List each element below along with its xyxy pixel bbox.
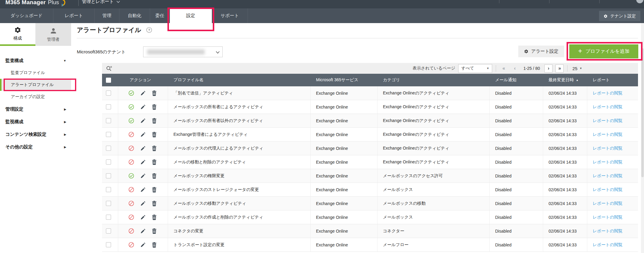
user-avatar[interactable] <box>636 0 643 3</box>
view-report-link[interactable]: レポートの閲覧 <box>593 201 622 206</box>
row-checkbox[interactable] <box>106 132 111 137</box>
status-disabled-icon[interactable] <box>128 242 134 248</box>
column-header-action[interactable]: アクション <box>118 74 168 86</box>
scrollbar-thumb[interactable] <box>641 48 644 177</box>
solution-dropdown[interactable]: 管理とレポート <box>82 0 120 4</box>
view-report-link[interactable]: レポートの閲覧 <box>593 118 622 124</box>
status-enabled-icon[interactable] <box>128 118 134 124</box>
sidebar-tab-configuration[interactable]: 構成 <box>0 23 35 46</box>
edit-icon[interactable] <box>140 187 146 192</box>
status-disabled-icon[interactable] <box>128 159 134 165</box>
tenant-select[interactable] <box>143 46 223 57</box>
tenant-settings-button[interactable]: テナント設定 <box>599 11 640 21</box>
tab-management[interactable]: 管理 <box>95 8 119 23</box>
status-enabled-icon[interactable] <box>128 173 134 179</box>
edit-icon[interactable] <box>140 91 146 96</box>
row-checkbox[interactable] <box>106 228 111 234</box>
sidebar-tab-admin[interactable]: 管理者 <box>35 23 71 46</box>
delete-icon[interactable] <box>152 215 157 220</box>
status-enabled-icon[interactable] <box>128 90 134 96</box>
row-checkbox[interactable] <box>106 173 111 178</box>
page-size-select[interactable]: 25 ▼ <box>572 66 582 71</box>
status-disabled-icon[interactable] <box>128 201 134 206</box>
sidebar-item-archive-settings[interactable]: アーカイブの設定 <box>0 91 71 103</box>
tab-delegation[interactable]: 委任 <box>150 8 170 23</box>
prev-page-button[interactable]: ‹ <box>511 64 519 73</box>
tab-automation[interactable]: 自動化 <box>119 8 150 23</box>
delete-icon[interactable] <box>152 132 157 137</box>
delete-icon[interactable] <box>152 104 157 110</box>
row-checkbox[interactable] <box>106 187 111 192</box>
row-checkbox[interactable] <box>106 104 111 109</box>
row-checkbox[interactable] <box>106 242 111 247</box>
view-report-link[interactable]: レポートの閲覧 <box>593 187 622 192</box>
status-disabled-icon[interactable] <box>128 214 134 220</box>
row-checkbox[interactable] <box>106 146 111 151</box>
status-disabled-icon[interactable] <box>128 228 134 234</box>
first-page-button[interactable]: « <box>500 64 508 73</box>
tab-dashboard[interactable]: ダッシュボード <box>0 8 53 23</box>
edit-icon[interactable] <box>140 215 146 220</box>
delete-icon[interactable] <box>152 159 157 165</box>
sidebar-item-other-settings[interactable]: その他の設定▶ <box>0 141 71 153</box>
status-disabled-icon[interactable] <box>128 145 134 151</box>
edit-icon[interactable] <box>140 242 146 247</box>
view-report-link[interactable]: レポートの閲覧 <box>593 159 622 165</box>
search-icon[interactable] <box>106 65 113 72</box>
column-header-notification[interactable]: メール通知 <box>490 74 543 86</box>
view-report-link[interactable]: レポートの閲覧 <box>593 173 622 179</box>
delete-icon[interactable] <box>152 173 157 179</box>
column-header-modified[interactable]: 最終変更日時▲ <box>543 74 587 86</box>
edit-icon[interactable] <box>140 173 146 178</box>
column-header-service[interactable]: Microsoft 365サービス <box>311 74 378 86</box>
sidebar-item-management-settings[interactable]: 管理設定▶ <box>0 103 71 115</box>
view-report-link[interactable]: レポートの閲覧 <box>593 215 622 220</box>
column-header-report[interactable]: レポート <box>587 74 638 86</box>
delete-icon[interactable] <box>152 91 157 96</box>
table-row: メールボックスの代理人によるアクティビティExchange OnlineExch… <box>102 141 638 155</box>
view-report-link[interactable]: レポートの閲覧 <box>593 91 622 96</box>
edit-icon[interactable] <box>140 201 146 206</box>
edit-icon[interactable] <box>140 104 146 109</box>
status-enabled-icon[interactable] <box>128 104 134 110</box>
delete-icon[interactable] <box>152 242 157 248</box>
edit-icon[interactable] <box>140 132 146 137</box>
sidebar-item-content-search-settings[interactable]: コンテンツ検索設定▶ <box>0 128 71 141</box>
view-report-link[interactable]: レポートの閲覧 <box>593 146 622 151</box>
view-report-link[interactable]: レポートの閲覧 <box>593 228 622 234</box>
sidebar-item-audit-config[interactable]: 監査構成▼ <box>0 54 71 67</box>
edit-icon[interactable] <box>140 118 146 123</box>
next-page-button[interactable]: › <box>544 64 552 73</box>
delete-icon[interactable] <box>152 118 157 124</box>
tab-support[interactable]: サポート <box>212 8 248 23</box>
column-header-profile[interactable]: プロファイル名 <box>168 74 311 86</box>
status-disabled-icon[interactable] <box>128 132 134 137</box>
service-name: Exchange Online <box>311 169 378 183</box>
last-page-button[interactable]: » <box>555 64 564 73</box>
view-report-link[interactable]: レポートの閲覧 <box>593 104 622 110</box>
row-checkbox[interactable] <box>106 118 111 123</box>
edit-icon[interactable] <box>140 159 146 165</box>
help-icon[interactable]: ? <box>146 27 152 33</box>
column-header-category[interactable]: カテゴリ <box>378 74 490 86</box>
delete-icon[interactable] <box>152 228 157 234</box>
row-checkbox[interactable] <box>106 91 111 96</box>
view-report-link[interactable]: レポートの閲覧 <box>593 132 622 137</box>
edit-icon[interactable] <box>140 228 146 234</box>
delete-icon[interactable] <box>152 201 157 206</box>
alert-settings-button[interactable]: アラート設定 <box>518 46 564 57</box>
delete-icon[interactable] <box>152 146 157 151</box>
row-checkbox[interactable] <box>106 159 111 165</box>
delete-icon[interactable] <box>152 187 157 192</box>
edit-icon[interactable] <box>140 146 146 151</box>
sidebar-item-monitoring-config[interactable]: 監視構成▶ <box>0 115 71 128</box>
status-disabled-icon[interactable] <box>128 187 134 192</box>
view-report-link[interactable]: レポートの閲覧 <box>593 242 622 248</box>
tab-report[interactable]: レポート <box>53 8 95 23</box>
select-all-checkbox[interactable] <box>106 78 111 83</box>
row-checkbox-cell <box>102 183 118 196</box>
sidebar-item-audit-profile[interactable]: 監査プロファイル <box>0 67 71 79</box>
pages-select[interactable]: すべて ▼ <box>458 64 492 73</box>
row-checkbox[interactable] <box>106 201 111 206</box>
row-checkbox[interactable] <box>106 215 111 220</box>
